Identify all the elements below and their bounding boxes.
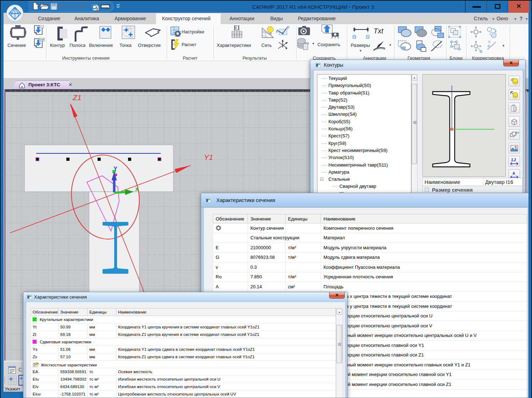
svg-text:Y1: Y1 [204, 153, 213, 161]
svg-text:EI: EI [234, 25, 240, 32]
svg-text:A: A [512, 171, 515, 175]
svg-text:Y: Y [113, 166, 117, 172]
svg-text:DXF: DXF [39, 38, 45, 41]
svg-text:XY: XY [515, 131, 519, 135]
svg-text:Z1: Z1 [72, 93, 82, 102]
svg-text:X: X [135, 186, 139, 192]
svg-text:1.2: 1.2 [511, 158, 516, 162]
